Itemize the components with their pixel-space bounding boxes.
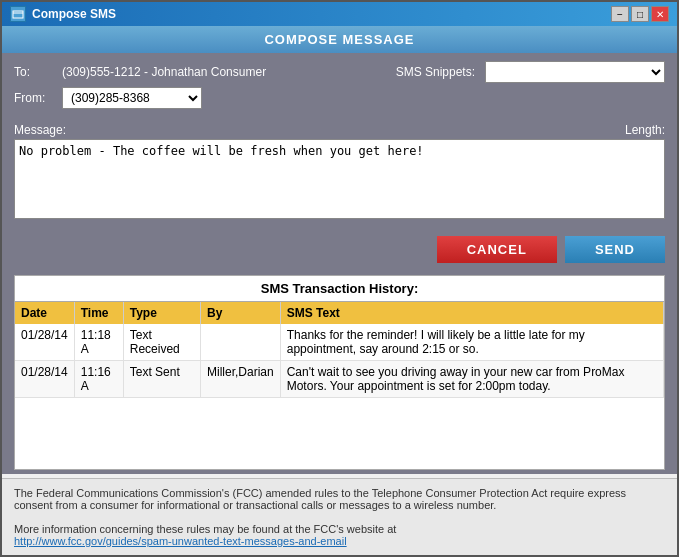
main-window: Compose SMS − □ ✕ COMPOSE MESSAGE To: (3… [0, 0, 679, 557]
to-label: To: [14, 65, 52, 79]
col-sms-text: SMS Text [280, 302, 663, 324]
title-bar: Compose SMS − □ ✕ [2, 2, 677, 26]
history-wrapper: SMS Transaction History: Date Time Type … [2, 271, 677, 474]
cell-time: 11:18 A [74, 324, 123, 361]
snippets-select[interactable] [485, 61, 665, 83]
message-area: Message: Length: No problem - The coffee… [2, 119, 677, 228]
minimize-button[interactable]: − [611, 6, 629, 22]
footer-link[interactable]: http://www.fcc.gov/guides/spam-unwanted-… [14, 535, 347, 547]
cell-by: Miller,Darian [201, 361, 281, 398]
cell-type: Text Sent [123, 361, 200, 398]
compose-header: COMPOSE MESSAGE [2, 26, 677, 53]
length-label: Length: [625, 123, 665, 137]
title-bar-left: Compose SMS [10, 6, 116, 22]
window-icon [10, 6, 26, 22]
history-inner: SMS Transaction History: Date Time Type … [14, 275, 665, 470]
svg-rect-0 [13, 11, 23, 18]
col-date: Date [15, 302, 74, 324]
footer-line1: The Federal Communications Commission's … [14, 487, 665, 511]
cell-sms-text: Can't wait to see you driving away in yo… [280, 361, 663, 398]
to-value: (309)555-1212 - Johnathan Consumer [62, 65, 376, 79]
cell-sms-text: Thanks for the reminder! I will likely b… [280, 324, 663, 361]
message-labels: Message: Length: [14, 123, 665, 137]
cell-date: 01/28/14 [15, 324, 74, 361]
snippets-label: SMS Snippets: [396, 65, 475, 79]
send-button[interactable]: SEND [565, 236, 665, 263]
cell-type: Text Received [123, 324, 200, 361]
maximize-button[interactable]: □ [631, 6, 649, 22]
footer-line2: More information concerning these rules … [14, 523, 665, 547]
title-bar-controls: − □ ✕ [611, 6, 669, 22]
col-time: Time [74, 302, 123, 324]
history-header-row: Date Time Type By SMS Text [15, 302, 664, 324]
form-area: To: (309)555-1212 - Johnathan Consumer S… [2, 53, 677, 119]
from-select[interactable]: (309)285-8368 [62, 87, 202, 109]
button-row: CANCEL SEND [2, 228, 677, 271]
footer-area: The Federal Communications Commission's … [2, 478, 677, 555]
to-row: To: (309)555-1212 - Johnathan Consumer S… [14, 61, 665, 83]
cell-by [201, 324, 281, 361]
table-row: 01/28/14 11:16 A Text Sent Miller,Darian… [15, 361, 664, 398]
table-row: 01/28/14 11:18 A Text Received Thanks fo… [15, 324, 664, 361]
window-title: Compose SMS [32, 7, 116, 21]
cell-date: 01/28/14 [15, 361, 74, 398]
message-label: Message: [14, 123, 66, 137]
close-button[interactable]: ✕ [651, 6, 669, 22]
from-row: From: (309)285-8368 [14, 87, 665, 109]
history-title: SMS Transaction History: [15, 276, 664, 302]
cell-time: 11:16 A [74, 361, 123, 398]
message-input[interactable]: No problem - The coffee will be fresh wh… [14, 139, 665, 219]
history-table: Date Time Type By SMS Text 01/28/14 11:1… [15, 302, 664, 398]
cancel-button[interactable]: CANCEL [437, 236, 557, 263]
col-by: By [201, 302, 281, 324]
from-label: From: [14, 91, 52, 105]
col-type: Type [123, 302, 200, 324]
